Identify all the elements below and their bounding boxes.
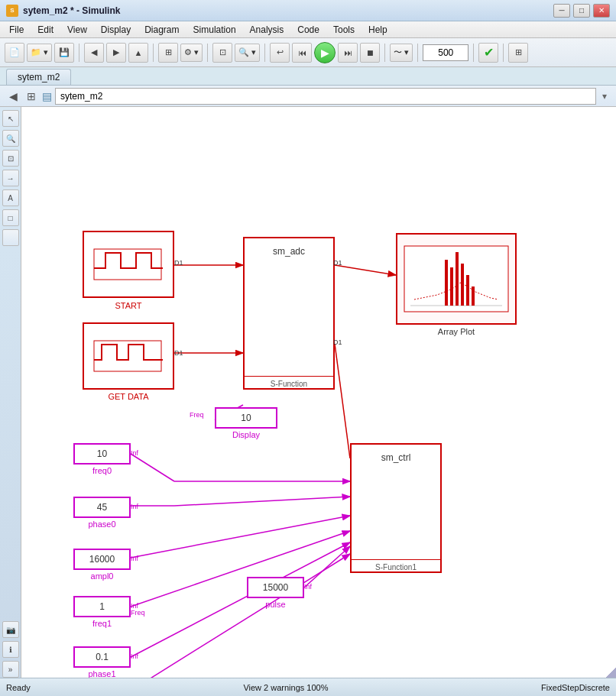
- play-button[interactable]: ▶: [314, 42, 336, 63]
- freq0-inf: Inf: [131, 449, 138, 457]
- phase0-label: phase0: [73, 520, 131, 529]
- tab-sytem-m2[interactable]: sytem_m2: [6, 69, 71, 85]
- display-block[interactable]: 10: [215, 407, 277, 429]
- ampl0-block[interactable]: 16000: [73, 549, 131, 570]
- separator3: [207, 44, 208, 62]
- status-right: FixedStepDiscrete: [541, 683, 610, 692]
- svg-rect-23: [472, 286, 475, 306]
- separator5: [384, 44, 385, 62]
- zoom-dropdown[interactable]: 🔍 ▾: [235, 44, 260, 62]
- sidebar-zoom-in[interactable]: 🔍: [2, 130, 19, 147]
- sidebar-fit[interactable]: ⊡: [2, 150, 19, 167]
- close-button[interactable]: ✕: [593, 4, 610, 18]
- forward-button[interactable]: ▶: [106, 43, 126, 63]
- fit-button[interactable]: ⊡: [212, 43, 232, 63]
- sidebar-camera[interactable]: 📷: [2, 621, 19, 638]
- menu-view[interactable]: View: [61, 23, 93, 37]
- start-d1-label: D1: [174, 259, 183, 267]
- model-path-input[interactable]: [55, 88, 596, 105]
- freq0-label: freq0: [73, 466, 131, 475]
- menu-code[interactable]: Code: [291, 23, 326, 37]
- back-button[interactable]: ◀: [84, 43, 104, 63]
- ampl0-inf: Inf: [131, 555, 138, 562]
- window-title: sytem_m2 * - Simulink: [23, 5, 120, 16]
- step-back-button[interactable]: ⏮: [292, 43, 312, 63]
- library-button[interactable]: ⊞: [158, 43, 178, 63]
- model-icon: ▤: [42, 90, 52, 102]
- separator7: [473, 44, 474, 62]
- sidebar-empty[interactable]: [2, 229, 19, 246]
- new-button[interactable]: 📄: [5, 43, 24, 63]
- resize-handle[interactable]: [605, 667, 616, 678]
- canvas-area[interactable]: START D1 GET DATA D1 sm_adc S-Function D…: [21, 107, 616, 678]
- sm-ctrl-title: sm_ctrl: [381, 452, 411, 463]
- menu-display[interactable]: Display: [95, 23, 137, 37]
- title-bar: S sytem_m2 * - Simulink ─ □ ✕: [0, 0, 616, 21]
- signal-dropdown[interactable]: 〜 ▾: [390, 44, 413, 62]
- svg-line-10: [131, 531, 350, 607]
- getdata-d1-label: D1: [174, 349, 183, 357]
- header-expand[interactable]: ⊞: [24, 89, 39, 104]
- check-button[interactable]: ✔: [478, 43, 498, 63]
- getdata-label: GET DATA: [83, 392, 174, 401]
- open-dropdown[interactable]: 📁 ▾: [27, 44, 52, 62]
- main-area: ↖ 🔍 ⊡ → A □ 📷 ℹ »: [0, 107, 616, 678]
- display-freq-label: Freq: [190, 411, 204, 419]
- sidebar-expand[interactable]: »: [2, 661, 19, 678]
- stop-button[interactable]: ⏹: [360, 43, 380, 63]
- sidebar: ↖ 🔍 ⊡ → A □ 📷 ℹ »: [0, 107, 21, 678]
- freq0-block[interactable]: 10: [73, 443, 131, 465]
- minimize-button[interactable]: ─: [553, 4, 570, 18]
- save-button[interactable]: 💾: [54, 43, 74, 63]
- separator4: [264, 44, 265, 62]
- status-left: Ready: [6, 683, 31, 692]
- maximize-button[interactable]: □: [573, 4, 590, 18]
- svg-line-9: [131, 516, 350, 558]
- start-block[interactable]: [83, 231, 174, 298]
- svg-line-13: [304, 546, 350, 588]
- menu-bar: File Edit View Display Diagram Simulatio…: [0, 21, 616, 38]
- freq1-freq: Freq: [131, 609, 145, 617]
- freq1-value: 1: [99, 601, 105, 612]
- sidebar-text[interactable]: A: [2, 189, 19, 206]
- config-dropdown[interactable]: ⚙ ▾: [180, 44, 203, 62]
- pulse-block[interactable]: 15000: [247, 577, 304, 598]
- sidebar-info[interactable]: ℹ: [2, 641, 19, 658]
- ampl0-value: 16000: [89, 554, 115, 565]
- menu-analysis[interactable]: Analysis: [244, 23, 290, 37]
- menu-simulation[interactable]: Simulation: [187, 23, 242, 37]
- sidebar-block[interactable]: □: [2, 209, 19, 226]
- pulse-value: 15000: [263, 582, 288, 593]
- step-button[interactable]: ⏭: [338, 43, 358, 63]
- menu-file[interactable]: File: [3, 23, 30, 37]
- sidebar-arrow[interactable]: →: [2, 170, 19, 186]
- svg-rect-19: [450, 267, 453, 306]
- grid-button[interactable]: ⊞: [508, 43, 528, 63]
- sm-ctrl-block[interactable]: sm_ctrl S-Function1: [350, 443, 442, 573]
- menu-help[interactable]: Help: [362, 23, 394, 37]
- menu-edit[interactable]: Edit: [31, 23, 60, 37]
- sm-adc-block[interactable]: sm_adc S-Function: [243, 237, 335, 390]
- sidebar-select[interactable]: ↖: [2, 110, 19, 127]
- up-button[interactable]: ▲: [128, 43, 148, 63]
- update-button[interactable]: ↩: [270, 43, 290, 63]
- array-plot-block[interactable]: [396, 233, 517, 325]
- phase0-inf: Inf: [131, 503, 138, 510]
- svg-rect-20: [456, 252, 459, 306]
- getdata-block[interactable]: [83, 322, 174, 390]
- phase1-block[interactable]: 0.1: [73, 646, 131, 668]
- phase0-block[interactable]: 45: [73, 497, 131, 518]
- menu-diagram[interactable]: Diagram: [138, 23, 185, 37]
- menu-tools[interactable]: Tools: [327, 23, 361, 37]
- header-nav-left[interactable]: ◀: [6, 89, 21, 104]
- freq1-block[interactable]: 1: [73, 596, 131, 617]
- sm-ctrl-sublabel: S-Function1: [352, 559, 440, 571]
- model-header: ◀ ⊞ ▤ ▾: [0, 86, 616, 107]
- ampl0-label: ampl0: [73, 571, 131, 581]
- sim-time-input[interactable]: [423, 44, 468, 61]
- phase0-value: 45: [97, 502, 107, 513]
- freq0-value: 10: [97, 448, 107, 459]
- path-dropdown[interactable]: ▾: [599, 91, 610, 102]
- freq1-label: freq1: [73, 619, 131, 628]
- status-middle: View 2 warnings 100%: [243, 683, 328, 692]
